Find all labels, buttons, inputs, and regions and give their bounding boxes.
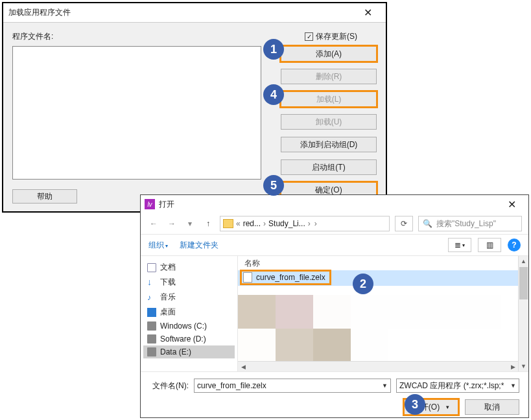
open-navbar: ← → ▾ ↑ « red... › Study_Li... › › ⟳ 🔍 搜… [141, 213, 528, 234]
filetype-combo[interactable]: ZWCAD 应用程序 (*.zrx;*.lsp;* ▼ [396, 379, 519, 393]
chevron-down-icon: ▾ [446, 404, 449, 410]
step-marker-5: 5 [263, 175, 284, 196]
drive-icon [147, 334, 156, 344]
breadcrumb-separator-icon: › [262, 219, 267, 228]
step-marker-1: 1 [263, 39, 284, 60]
search-icon: 🔍 [423, 219, 432, 228]
open-titlebar: lv 打开 ✕ [141, 195, 528, 213]
scroll-up-icon[interactable]: ▲ [519, 256, 528, 266]
save-update-checkbox[interactable]: ✓ 保存更新(S) [305, 31, 357, 42]
open-dialog-title: 打开 [159, 199, 499, 210]
file-item[interactable]: curve_from_file.zelx [242, 272, 329, 283]
scroll-thumb[interactable] [519, 267, 528, 299]
file-list-label: 程序文件名: [12, 31, 305, 42]
delete-button[interactable]: 删除(R) [281, 69, 377, 84]
tree-item-documents[interactable]: 文档 [143, 260, 235, 275]
close-button[interactable]: ✕ [355, 3, 381, 23]
view-mode-button[interactable]: ≣ ▾ [448, 238, 471, 252]
chevron-down-icon: ▾ [462, 242, 465, 248]
open-bottom-bar: 文件名(N): curve_from_file.zelx ▼ ZWCAD 应用程… [141, 371, 528, 420]
tree-item-desktop[interactable]: 桌面 [143, 305, 235, 320]
breadcrumb-segment[interactable]: Study_Li... [268, 219, 305, 228]
step-marker-4: 4 [263, 84, 284, 105]
load-dialog-title: 加载应用程序文件 [8, 7, 355, 18]
filetype-value: ZWCAD 应用程序 (*.zrx;*.lsp;* [399, 380, 510, 391]
checkbox-mark-icon: ✓ [305, 32, 313, 41]
chevron-down-icon: ▼ [510, 382, 516, 389]
step-marker-3: 3 [405, 394, 425, 415]
step-marker-2: 2 [353, 274, 373, 294]
new-folder-button[interactable]: 新建文件夹 [180, 240, 218, 251]
nav-back-icon[interactable]: ← [147, 217, 160, 230]
scroll-down-icon[interactable]: ▼ [519, 361, 528, 371]
horizontal-scrollbar[interactable]: ◀ ▶ [238, 361, 518, 371]
file-row[interactable]: curve_from_file.zelx [238, 270, 528, 286]
breadcrumb-segment[interactable]: red... [243, 219, 261, 228]
preview-pane-button[interactable]: ▥ [478, 238, 501, 252]
filename-label: 文件名(N): [150, 380, 189, 391]
nav-up-icon[interactable]: ↑ [202, 217, 215, 230]
app-icon: lv [145, 199, 155, 209]
save-update-label: 保存更新(S) [316, 31, 357, 42]
nav-forward-icon[interactable]: → [165, 217, 178, 230]
open-file-dialog: lv 打开 ✕ ← → ▾ ↑ « red... › Study_Li... ›… [140, 194, 529, 418]
tree-item-d-drive[interactable]: Software (D:) [143, 332, 235, 345]
thumbnail-area [238, 295, 523, 362]
breadcrumb[interactable]: « red... › Study_Li... › › [220, 216, 390, 231]
breadcrumb-tail-icon[interactable]: › [313, 219, 318, 228]
filename-combo[interactable]: curve_from_file.zelx ▼ [194, 379, 391, 393]
organize-menu[interactable]: 组织▾ [148, 240, 168, 251]
close-button[interactable]: ✕ [499, 195, 525, 213]
chevron-down-icon: ▼ [382, 382, 388, 389]
open-toolbar: 组织▾ 新建文件夹 ≣ ▾ ▥ ? [141, 234, 528, 256]
breadcrumb-overflow: « [235, 219, 242, 228]
drive-icon [147, 321, 156, 331]
help-icon[interactable]: ? [508, 239, 521, 251]
file-name-label: curve_from_file.zelx [256, 273, 325, 282]
music-icon: ♪ [147, 293, 156, 302]
document-icon [147, 263, 156, 272]
file-list-panel: 名称 curve_from_file.zelx [238, 256, 528, 371]
unload-button[interactable]: 卸载(U) [281, 114, 377, 130]
vertical-scrollbar[interactable]: ▲ ▼ [518, 256, 528, 371]
download-icon: ↓ [147, 278, 156, 287]
scroll-right-icon[interactable]: ▶ [508, 362, 518, 371]
load-button[interactable]: 加载(L) [281, 91, 377, 107]
load-app-dialog: 加载应用程序文件 ✕ 程序文件名: ✓ 保存更新(S) 添加(A) 删除(R) … [2, 2, 387, 213]
add-button[interactable]: 添加(A) [281, 46, 377, 62]
scroll-left-icon[interactable]: ◀ [238, 362, 248, 371]
cancel-button[interactable]: 取消 [465, 399, 519, 415]
tree-item-downloads[interactable]: ↓下载 [143, 275, 235, 290]
tree-item-music[interactable]: ♪音乐 [143, 290, 235, 305]
nav-history-dropdown-icon[interactable]: ▾ [183, 217, 196, 230]
search-placeholder: 搜索"Study_Lisp" [436, 218, 496, 229]
open-body: 文档 ↓下载 ♪音乐 桌面 Windows (C:) Software (D:)… [141, 256, 528, 371]
panel-icon: ▥ [486, 240, 493, 250]
tree-item-c-drive[interactable]: Windows (C:) [143, 320, 235, 332]
list-view-icon: ≣ [454, 240, 461, 250]
column-header-name[interactable]: 名称 [238, 256, 528, 270]
chevron-down-icon: ▾ [165, 243, 168, 249]
refresh-button[interactable]: ⟳ [395, 216, 413, 231]
tree-item-e-drive[interactable]: Data (E:) [143, 345, 235, 358]
breadcrumb-separator-icon: › [307, 219, 312, 228]
startup-group-button[interactable]: 启动组(T) [281, 159, 377, 175]
filename-value: curve_from_file.zelx [197, 381, 382, 390]
program-file-listbox[interactable] [12, 46, 261, 180]
folder-icon [223, 219, 233, 228]
folder-tree[interactable]: 文档 ↓下载 ♪音乐 桌面 Windows (C:) Software (D:)… [141, 256, 238, 371]
add-to-startup-button[interactable]: 添加到启动组(D) [281, 137, 377, 152]
file-icon [243, 272, 252, 283]
desktop-icon [147, 308, 156, 317]
load-titlebar: 加载应用程序文件 ✕ [3, 3, 386, 23]
help-button[interactable]: 帮助 [12, 189, 77, 204]
search-input[interactable]: 🔍 搜索"Study_Lisp" [418, 216, 522, 231]
drive-icon [147, 347, 156, 356]
